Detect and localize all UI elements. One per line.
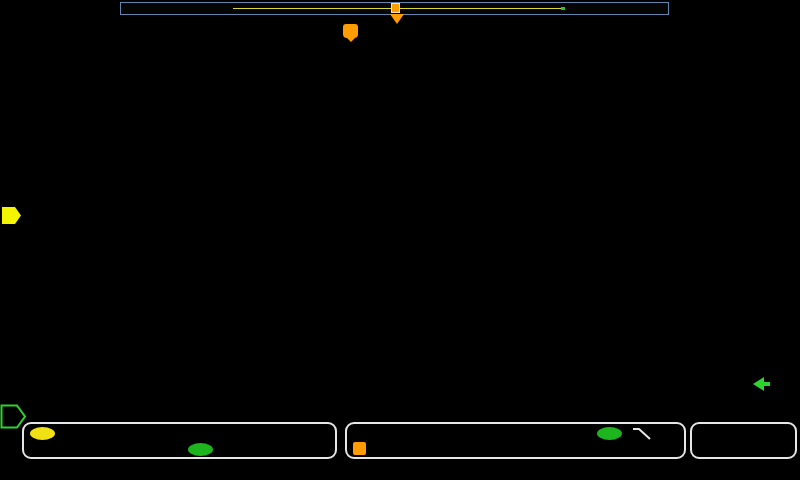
trigger-delay-readout bbox=[353, 442, 368, 455]
trigger-source-badge[interactable] bbox=[597, 427, 622, 440]
ch4-badge[interactable] bbox=[188, 443, 213, 456]
oscilloscope-screen bbox=[0, 0, 800, 480]
trigger-point-icon[interactable] bbox=[343, 24, 358, 38]
trigger-level-marker[interactable] bbox=[753, 377, 770, 391]
horizontal-trigger-readout-box[interactable] bbox=[345, 422, 686, 459]
channel-readout-box[interactable] bbox=[22, 422, 337, 459]
datetime-box[interactable] bbox=[690, 422, 797, 459]
waveform-graticule bbox=[22, 15, 770, 415]
record-ch4-mark bbox=[561, 7, 565, 10]
ch1-position-marker[interactable] bbox=[2, 207, 22, 224]
trigger-slope-falling-icon bbox=[631, 426, 653, 441]
record-trigger-position-marker[interactable] bbox=[391, 3, 400, 13]
trigger-t-icon bbox=[353, 442, 366, 455]
ch1-badge[interactable] bbox=[30, 427, 55, 440]
